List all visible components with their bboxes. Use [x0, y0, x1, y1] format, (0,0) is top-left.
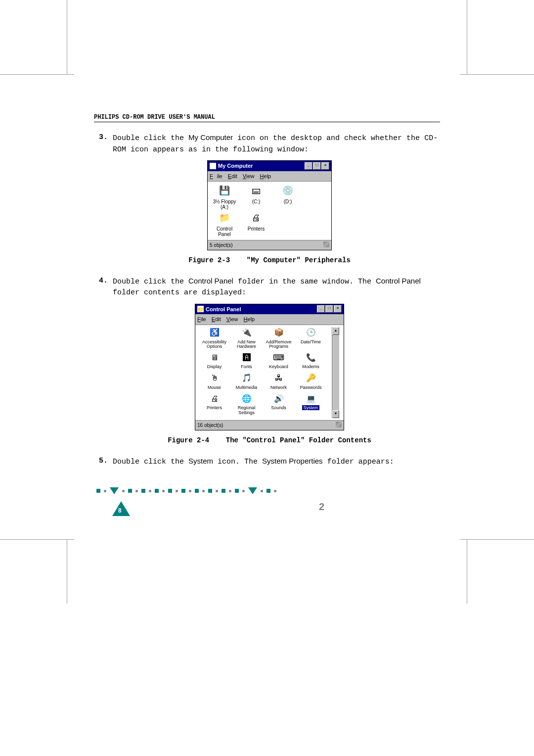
cp-fonts-icon[interactable]: 🅰Fonts — [230, 352, 263, 369]
scroll-down-button[interactable]: ▼ — [332, 410, 339, 418]
drive-d-cdrom-icon[interactable]: 💿(D:) — [274, 185, 302, 210]
figure-4-caption: Figure 2-4 The "Control Panel" Folder Co… — [99, 435, 440, 446]
step-5: 5. Double click the System icon. The Sys… — [99, 456, 440, 468]
window-controls: _ □ × — [317, 305, 342, 313]
control-panel-window: 📁 Control Panel _ □ × File Edit View Hel… — [195, 304, 344, 431]
step-3: 3. Double click the My Computer icon on … — [99, 132, 440, 155]
resize-grip-icon[interactable] — [323, 241, 329, 247]
cp-accessibility-icon[interactable]: ♿Accessibility Options — [198, 327, 230, 349]
window-icon: 📁 — [197, 306, 204, 312]
maximize-button[interactable]: □ — [313, 162, 321, 170]
menu-file[interactable]: File — [210, 173, 222, 179]
window-body: 💾3½ Floppy (A:) 🖴(C:) 💿(D:) 📁Control Pan… — [208, 182, 331, 240]
cp-sounds-icon[interactable]: 🔊Sounds — [263, 393, 295, 415]
ornament-triangle-down-icon — [248, 487, 257, 494]
step-number: 4. — [99, 276, 113, 299]
close-button[interactable]: × — [321, 162, 329, 170]
menu-view[interactable]: View — [226, 316, 238, 322]
drive-floppy-icon[interactable]: 💾3½ Floppy (A:) — [211, 185, 238, 210]
window-statusbar: 16 object(s) — [195, 420, 344, 430]
chapter-number: 2 — [319, 501, 324, 513]
ui-label-control-panel: Control Panel — [188, 277, 233, 285]
cp-regional-settings-icon[interactable]: 🌐Regional Settings — [230, 393, 263, 415]
cp-display-icon[interactable]: 🖥Display — [198, 352, 230, 369]
ornament-dot-icon — [104, 490, 106, 492]
step-text: Double click the System icon. The System… — [113, 456, 440, 468]
figure-control-panel: 📁 Control Panel _ □ × File Edit View Hel… — [99, 304, 440, 431]
step-number: 3. — [99, 132, 113, 155]
step-number: 5. — [99, 456, 113, 468]
my-computer-window: 🖥 My Computer _ □ × File Edit View Help — [207, 160, 332, 250]
ornament-triangle-down-icon — [110, 487, 119, 494]
step-text: Double click the My Computer icon on the… — [113, 132, 440, 155]
minimize-button[interactable]: _ — [305, 162, 312, 170]
page-number: 8 — [118, 507, 122, 514]
close-button[interactable]: × — [334, 305, 342, 313]
minimize-button[interactable]: _ — [317, 305, 325, 313]
window-menubar: File Edit View Help — [208, 171, 331, 182]
window-icon: 🖥 — [210, 163, 216, 169]
drive-c-icon[interactable]: 🖴(C:) — [242, 185, 270, 210]
ui-label-my-computer: My Computer — [188, 133, 233, 142]
cp-modems-icon[interactable]: 📞Modems — [295, 352, 327, 369]
scrollbar[interactable]: ▲ ▼ — [332, 327, 339, 419]
page-footer-ornament: 8 2 — [96, 487, 349, 494]
window-titlebar: 📁 Control Panel _ □ × — [195, 304, 344, 315]
menu-edit[interactable]: Edit — [228, 173, 237, 179]
running-header: PHILIPS CD-ROM DRIVE USER'S MANUAL — [94, 114, 440, 122]
window-body: ♿Accessibility Options 🔌Add New Hardware… — [195, 325, 344, 421]
figure-my-computer: 🖥 My Computer _ □ × File Edit View Help — [99, 160, 440, 251]
menu-file[interactable]: File — [197, 316, 206, 322]
cp-passwords-icon[interactable]: 🔑Passwords — [295, 373, 327, 390]
cp-add-remove-programs-icon[interactable]: 📦Add/Remove Programs — [263, 327, 295, 349]
ui-label-system: System — [188, 457, 213, 465]
cp-multimedia-icon[interactable]: 🎵Multimedia — [230, 373, 263, 390]
step-text: Double click the Control Panel folder in… — [113, 276, 440, 299]
step-4: 4. Double click the Control Panel folder… — [99, 276, 440, 299]
menu-help[interactable]: Help — [260, 173, 271, 179]
cp-keyboard-icon[interactable]: ⌨Keyboard — [263, 352, 295, 369]
window-menubar: File Edit View Help — [195, 314, 344, 325]
menu-view[interactable]: View — [243, 173, 255, 179]
maximize-button[interactable]: □ — [325, 305, 333, 313]
scroll-up-button[interactable]: ▲ — [332, 327, 339, 335]
window-statusbar: 5 object(s) — [208, 240, 331, 250]
menu-help[interactable]: Help — [244, 316, 255, 322]
cp-system-icon[interactable]: 💻System — [295, 393, 327, 415]
resize-grip-icon[interactable] — [336, 422, 342, 427]
cp-date-time-icon[interactable]: 🕒Date/Time — [295, 327, 327, 349]
status-text: 5 object(s) — [210, 241, 233, 249]
cp-printers-icon[interactable]: 🖨Printers — [198, 393, 230, 415]
page-number-triangle-icon: 8 — [112, 501, 130, 516]
menu-edit[interactable]: Edit — [212, 316, 221, 322]
printers-folder-icon[interactable]: 🖨Printers — [242, 212, 270, 237]
status-text: 16 object(s) — [197, 422, 223, 429]
window-title: My Computer — [218, 162, 253, 170]
window-titlebar: 🖥 My Computer _ □ × — [208, 161, 331, 171]
ui-label-system-properties: System Properties — [262, 457, 323, 465]
cp-network-icon[interactable]: 🖧Network — [263, 373, 295, 390]
ornament-square-icon — [96, 489, 100, 493]
ui-label-control-panel-2: Control Panel — [376, 277, 421, 285]
figure-3-caption: Figure 2-3 "My Computer" Peripherals — [99, 255, 440, 266]
control-panel-folder-icon[interactable]: 📁Control Panel — [211, 212, 238, 237]
page-content: PHILIPS CD-ROM DRIVE USER'S MANUAL 3. Do… — [94, 114, 440, 472]
window-controls: _ □ × — [305, 162, 329, 170]
cp-add-hardware-icon[interactable]: 🔌Add New Hardware — [230, 327, 263, 349]
cp-mouse-icon[interactable]: 🖱Mouse — [198, 373, 230, 390]
window-title: Control Panel — [206, 305, 241, 314]
